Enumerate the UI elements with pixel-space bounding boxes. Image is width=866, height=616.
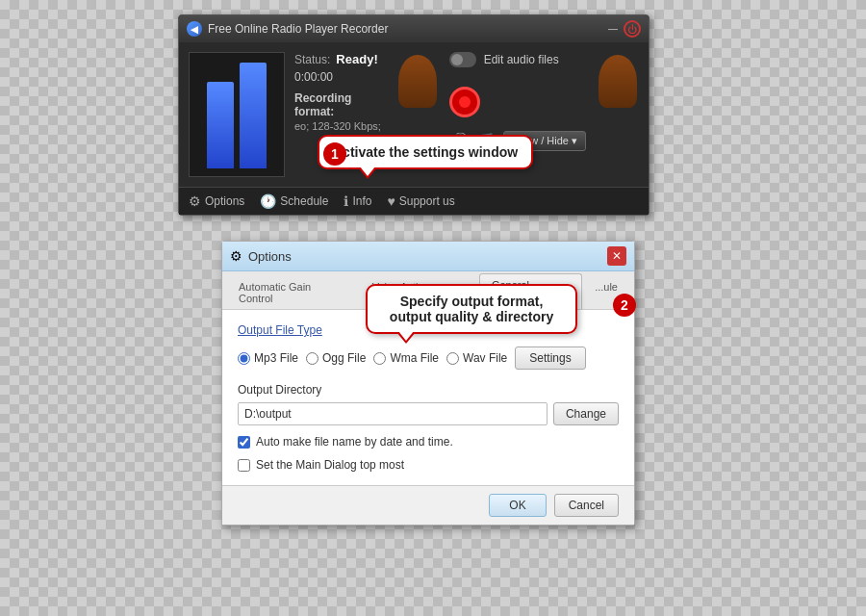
radio-titlebar: ◀ Free Online Radio Player Recorder ─ ⏻ [179, 15, 649, 42]
nav-support[interactable]: ♥ Support us [387, 193, 454, 209]
options-titlebar: ⚙ Options ✕ [222, 242, 634, 271]
recording-format-row: Recording format: [294, 91, 387, 118]
minimize-button[interactable]: ─ [606, 22, 620, 36]
vis-bar-2 [240, 63, 267, 168]
badge-2-label: 2 [621, 297, 628, 313]
dir-input-row: Change [238, 402, 619, 425]
options-body: Output File Type Mp3 File Ogg File Wma F… [222, 310, 634, 485]
titlebar-left: ◀ Free Online Radio Player Recorder [187, 21, 388, 37]
status-row: Status: Ready! [294, 52, 387, 66]
tooltip-bubble-2: Specify output format, output quality & … [366, 284, 577, 334]
options-title-icon: ⚙ [230, 248, 242, 264]
radio-wav-input[interactable] [446, 352, 459, 365]
status-label: Status: [294, 53, 330, 66]
radio-mp3-label: Mp3 File [254, 351, 298, 365]
edit-audio-row: Edit audio files [449, 52, 586, 67]
nav-info[interactable]: ℹ Info [344, 193, 371, 209]
tab-schedule-label: ...ule [595, 281, 618, 293]
options-footer: OK Cancel [222, 485, 634, 525]
app-icon: ◀ [187, 21, 202, 37]
tooltip-bubble-1: Activate the settings window [318, 135, 533, 169]
nav-schedule[interactable]: 🕐 Schedule [260, 193, 328, 209]
topmost-checkbox[interactable] [238, 459, 250, 472]
topmost-row: Set the Main Dialog top most [238, 458, 619, 472]
power-button[interactable]: ⏻ [624, 20, 641, 38]
change-button[interactable]: Change [553, 402, 619, 425]
options-close-button[interactable]: ✕ [607, 246, 626, 266]
vis-bar-1 [207, 82, 234, 168]
output-dir-section: Output Directory Change [238, 383, 619, 425]
schedule-icon: 🕐 [260, 193, 276, 209]
options-title-left: ⚙ Options [230, 248, 292, 264]
file-type-row: Mp3 File Ogg File Wma File Wav File Sett… [238, 346, 619, 370]
badge-1: 1 [323, 142, 346, 166]
options-title-text: Options [248, 249, 292, 264]
auto-filename-label: Auto make file name by date and time. [256, 435, 453, 449]
nav-options[interactable]: ⚙ Options [189, 193, 244, 209]
record-button[interactable] [449, 87, 480, 117]
heart-icon: ♥ [387, 193, 395, 209]
auto-filename-row: Auto make file name by date and time. [238, 435, 619, 449]
status-value: Ready! [336, 52, 377, 66]
horn-right [596, 52, 639, 110]
radio-ogg-input[interactable] [306, 352, 318, 365]
options-icon: ⚙ [189, 193, 201, 209]
file-settings-button[interactable]: Settings [515, 346, 585, 370]
horn-left [396, 52, 440, 110]
radio-navbar: ⚙ Options 🕐 Schedule ℹ Info ♥ Support us [179, 187, 649, 215]
schedule-label: Schedule [280, 194, 328, 208]
tooltip1-text: Activate the settings window [333, 144, 518, 160]
output-dir-label: Output Directory [238, 383, 619, 397]
support-label: Support us [399, 194, 455, 208]
audio-visualizer [189, 52, 285, 177]
topmost-label: Set the Main Dialog top most [256, 458, 404, 472]
titlebar-controls: ─ ⏻ [606, 20, 641, 38]
icons-row [449, 87, 586, 117]
timer: 0:00:00 [294, 70, 387, 84]
radio-wav[interactable]: Wav File [446, 351, 507, 365]
info-label: Info [352, 194, 371, 208]
radio-player-window: ◀ Free Online Radio Player Recorder ─ ⏻ … [178, 14, 650, 216]
record-btn-inner [459, 96, 471, 108]
radio-ogg-label: Ogg File [322, 351, 366, 365]
radio-wma-label: Wma File [390, 351, 439, 365]
cancel-button[interactable]: Cancel [554, 494, 619, 517]
radio-mp3-input[interactable] [238, 352, 250, 365]
tooltip2-text: Specify output format, output quality & … [390, 294, 553, 324]
radio-mp3[interactable]: Mp3 File [238, 351, 298, 365]
auto-filename-checkbox[interactable] [238, 436, 250, 449]
recording-format-value: eo; 128-320 Kbps; [294, 120, 387, 132]
edit-audio-label: Edit audio files [484, 53, 559, 66]
info-icon: ℹ [344, 193, 348, 209]
radio-wma[interactable]: Wma File [373, 351, 439, 365]
edit-audio-toggle[interactable] [449, 52, 476, 67]
app-title: Free Online Radio Player Recorder [208, 22, 388, 36]
dir-input[interactable] [238, 402, 548, 425]
radio-ogg[interactable]: Ogg File [306, 351, 366, 365]
radio-wma-input[interactable] [373, 352, 386, 365]
recording-format-label: Recording format: [294, 91, 387, 118]
badge-2: 2 [613, 294, 636, 317]
horn-shape-left [398, 55, 437, 108]
horn-shape-right [599, 55, 637, 108]
tab-agc-label: Automatic Gain Control [239, 281, 311, 304]
tab-agc[interactable]: Automatic Gain Control [226, 275, 360, 309]
options-label: Options [205, 194, 244, 208]
badge-1-label: 1 [331, 146, 339, 162]
ok-button[interactable]: OK [489, 494, 546, 517]
status-area: Status: Ready! 0:00:00 Recording format:… [294, 52, 387, 132]
radio-wav-label: Wav File [463, 351, 507, 365]
